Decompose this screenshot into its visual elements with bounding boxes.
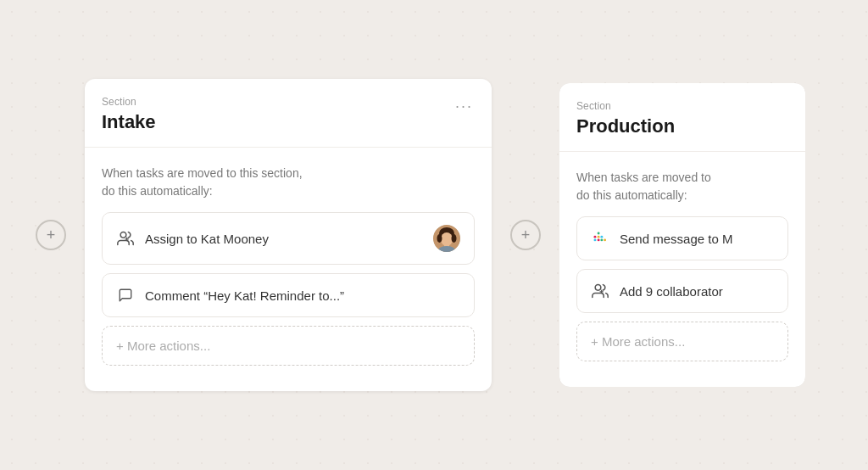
middle-add-column-area: + (492, 220, 559, 250)
action-comment-text: Comment “Hey Kat! Reminder to...” (145, 288, 460, 303)
action-assign-text: Assign to Kat Mooney (145, 232, 423, 246)
add-column-left-button[interactable]: + (36, 220, 66, 250)
svg-point-6 (437, 234, 442, 243)
section-header-intake: Section Intake ··· (85, 79, 492, 148)
section-label-intake: Section (102, 96, 475, 108)
add-column-middle-button[interactable]: + (510, 220, 541, 250)
section-body-production: When tasks are moved to do this automati… (559, 152, 805, 387)
section-menu-button-intake[interactable]: ··· (450, 94, 478, 119)
svg-rect-16 (600, 238, 603, 241)
more-actions-production-label: + More actions... (591, 334, 774, 349)
more-actions-intake-label: + More actions... (116, 339, 460, 353)
people-icon-2 (591, 282, 609, 300)
section-body-intake: When tasks are moved to this section, do… (85, 148, 492, 391)
action-collaborators[interactable]: Add 9 collaborator (576, 269, 788, 313)
auto-label-production: When tasks are moved to do this automati… (576, 169, 788, 204)
section-header-production: Section Production (559, 83, 805, 152)
avatar-kat (433, 225, 460, 252)
auto-label-intake: When tasks are moved to this section, do… (102, 165, 475, 200)
board-container: + Section Intake ··· When tasks are move… (0, 0, 868, 470)
action-collaborators-text: Add 9 collaborator (620, 284, 774, 299)
section-card-production: Section Production When tasks are moved … (559, 83, 805, 387)
section-label-production: Section (576, 100, 788, 112)
more-actions-intake[interactable]: + More actions... (102, 326, 475, 366)
action-assign[interactable]: Assign to Kat Mooney (102, 212, 475, 265)
svg-rect-13 (598, 236, 600, 238)
svg-point-5 (441, 232, 453, 246)
action-slack-text: Send message to M (620, 232, 774, 246)
svg-rect-15 (600, 236, 603, 238)
svg-point-0 (120, 232, 126, 238)
svg-rect-17 (604, 238, 606, 241)
svg-point-7 (452, 234, 457, 243)
svg-rect-11 (594, 238, 597, 241)
left-add-column-area: + (17, 220, 85, 250)
section-title-production: Production (576, 115, 788, 137)
comment-icon (116, 286, 135, 305)
action-slack[interactable]: Send message to M (576, 216, 788, 260)
section-card-intake: Section Intake ··· When tasks are moved … (85, 79, 492, 391)
svg-rect-12 (598, 232, 600, 235)
people-icon (116, 229, 135, 248)
svg-rect-10 (594, 236, 597, 238)
section-title-intake: Intake (102, 111, 475, 133)
more-actions-production[interactable]: + More actions... (576, 322, 788, 361)
svg-rect-14 (598, 238, 600, 241)
action-comment[interactable]: Comment “Hey Kat! Reminder to...” (102, 273, 475, 317)
slack-icon (591, 229, 609, 248)
svg-point-18 (595, 285, 601, 291)
